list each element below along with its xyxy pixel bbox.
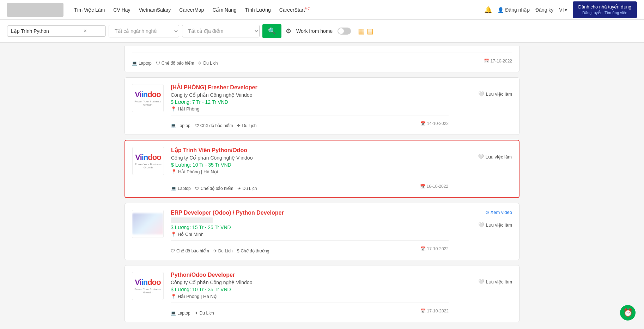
tag-laptop-1: 💻 Laptop — [171, 123, 190, 128]
job-right-4: 🤍 Lưu việc làm — [456, 272, 512, 285]
filter-icon[interactable]: ⚙ — [286, 27, 291, 35]
location-select[interactable]: Tất cả địa điểm — [182, 25, 260, 37]
tag-travel-0: ✈ Du Lịch — [198, 61, 218, 66]
calendar-icon-1: 📅 — [420, 121, 426, 126]
job-location-4: 📍 Hải Phòng | Hà Nội — [171, 294, 449, 299]
job-card-2: Viindoo Power Your Business Growth Lập T… — [124, 140, 520, 198]
job-card-4: Viindoo Power Your Business Growth Pytho… — [124, 265, 520, 322]
tag-bonus-3: $ Chế độ thưởng — [237, 249, 269, 253]
login-button[interactable]: 👤 Đăng nhập — [498, 7, 530, 13]
plane-icon-3: ✈ — [213, 249, 217, 253]
nav-tim-viec-lam[interactable]: Tìm Việc Làm — [74, 7, 105, 13]
tag-laptop-2: 💻 Laptop — [171, 186, 191, 191]
clock-icon: ⏰ — [623, 308, 633, 317]
job-title-2[interactable]: Lập Trình Viên Python/Odoo — [171, 147, 448, 154]
job-right-1: 🤍 Lưu việc làm — [456, 84, 512, 97]
job-salary-4: $ Lương: 10 Tr - 35 Tr VND — [171, 287, 449, 292]
save-button-2[interactable]: 🤍 Lưu việc làm — [478, 154, 512, 160]
shield-icon-0: 🛡 — [156, 61, 160, 66]
tag-travel-4: ✈ Du Lịch — [195, 311, 214, 316]
grid-view-icon[interactable]: ▦ — [358, 27, 365, 35]
job-title-3[interactable]: ERP Developer (Odoo) / Python Developer — [171, 210, 449, 216]
industry-select[interactable]: Tất cả ngành nghề — [109, 25, 179, 37]
save-button-3[interactable]: 🤍 Lưu việc làm — [478, 222, 512, 228]
plane-icon-2: ✈ — [237, 186, 241, 191]
job-tags-1: 💻 Laptop 🛡 Chế độ bảo hiểm ✈ Du Lịch — [171, 123, 256, 128]
job-title-1[interactable]: [HẢI PHÒNG] Fresher Developer — [171, 84, 449, 91]
video-link-3[interactable]: ⊙ Xem video — [485, 210, 512, 215]
pin-icon-3: 📍 — [171, 232, 176, 237]
job-location-3: 📍 Hồ Chí Minh — [171, 232, 449, 237]
nav-cv-hay[interactable]: CV Hay — [113, 7, 130, 13]
wfh-toggle[interactable] — [338, 28, 351, 35]
job-card-0: 💻 Laptop 🛡 Chế độ bảo hiểm ✈ Du Lịch 📅 1… — [124, 46, 520, 72]
search-button[interactable]: 🔍 — [262, 24, 281, 38]
cta-sub-label: Đăng tuyển. Tìm ứng viên — [578, 10, 631, 15]
nav-links: Tìm Việc Làm CV Hay VietnamSalary Career… — [74, 7, 484, 13]
notification-icon[interactable]: 🔔 — [484, 6, 492, 14]
dollar-icon-3: $ — [171, 225, 174, 230]
tag-insurance-3: 🛡 Chế độ bảo hiểm — [171, 249, 209, 253]
navbar: Tìm Việc Làm CV Hay VietnamSalary Career… — [0, 0, 644, 20]
plane-icon-1: ✈ — [237, 123, 241, 128]
job-company-1: Công ty Cổ phần Công nghệ Viindoo — [171, 92, 449, 98]
register-button[interactable]: Đăng ký — [535, 7, 553, 13]
keyword-input-wrap: × — [7, 25, 106, 37]
company-logo-1: Viindoo Power Your Business Growth — [132, 84, 164, 112]
job-company-2: Công ty Cổ phần Công nghệ Viindoo — [171, 155, 448, 161]
job-date-4: 📅 17-10-2022 — [420, 309, 449, 313]
job-salary-2: $ Lương: 10 Tr - 35 Tr VND — [171, 162, 448, 168]
viindoo-logo-2: Viindoo Power Your Business Growth — [133, 147, 164, 175]
job-company-4: Công ty Cổ phần Công nghệ Viindoo — [171, 280, 449, 285]
job-info-3: ERP Developer (Odoo) / Python Developer … — [171, 210, 449, 253]
chat-bubble[interactable]: ⏰ — [620, 305, 636, 321]
job-date-3: 📅 17-10-2022 — [420, 246, 449, 251]
viindoo-logo-1: Viindoo Power Your Business Growth — [132, 84, 163, 112]
job-tags-3: 🛡 Chế độ bảo hiểm ✈ Du Lịch $ Chế độ thư… — [171, 249, 269, 253]
tag-insurance-2: 🛡 Chế độ bảo hiểm — [195, 186, 233, 191]
nav-career-map[interactable]: CareerMap — [179, 7, 204, 13]
shield-icon-2: 🛡 — [195, 186, 199, 191]
language-selector[interactable]: VI ▾ — [559, 7, 567, 13]
nav-tinh-luong[interactable]: Tính Lương — [245, 7, 271, 13]
job-card-4-bottom: 💻 Laptop ✈ Du Lịch 📅 17-10-2022 — [171, 303, 449, 316]
keyword-input[interactable] — [11, 28, 81, 34]
tag-laptop-0: 💻 Laptop — [132, 61, 152, 66]
tag-laptop-4: 💻 Laptop — [171, 311, 190, 316]
plane-icon-0: ✈ — [198, 61, 202, 66]
save-button-1[interactable]: 🤍 Lưu việc làm — [478, 91, 512, 97]
pin-icon-1: 📍 — [171, 106, 176, 112]
site-logo — [7, 3, 63, 17]
clear-keyword-icon[interactable]: × — [84, 28, 87, 34]
nav-cam-nang[interactable]: Cẩm Nang — [212, 7, 236, 13]
job-company-3 — [171, 217, 213, 223]
nav-vietnam-salary[interactable]: VietnamSalary — [139, 7, 171, 13]
job-location-2: 📍 Hải Phòng | Hà Nội — [171, 169, 448, 174]
job-right-2: 🤍 Lưu việc làm — [455, 147, 512, 160]
tag-insurance-0: 🛡 Chế độ bảo hiểm — [156, 61, 194, 66]
job-card-3-bottom: 🛡 Chế độ bảo hiểm ✈ Du Lịch $ Chế độ thư… — [171, 240, 449, 253]
viindoo-logo-4: Viindoo Power Your Business Growth — [132, 272, 163, 300]
job-card-3: ERP Developer (Odoo) / Python Developer … — [124, 203, 520, 260]
save-button-4[interactable]: 🤍 Lưu việc làm — [478, 279, 512, 285]
calendar-icon-2: 📅 — [420, 184, 425, 189]
job-location-1: 📍 Hải Phòng — [171, 106, 449, 112]
wfh-label: Work from home — [296, 28, 333, 34]
job-date-0: 📅 17-10-2022 — [484, 59, 512, 64]
tag-travel-3: ✈ Du Lịch — [213, 249, 233, 253]
laptop-icon-2: 💻 — [171, 186, 176, 191]
job-salary-3: $ Lương: 15 Tr - 25 Tr VND — [171, 225, 449, 230]
video-icon-3: ⊙ — [485, 210, 489, 215]
dollar-icon-2: $ — [171, 162, 174, 168]
cta-main-label: Dành cho nhà tuyển dụng — [578, 4, 631, 10]
job-info-1: [HẢI PHÒNG] Fresher Developer Công ty Cổ… — [171, 84, 449, 128]
nav-career-start[interactable]: CareerStartMới — [279, 7, 310, 13]
main-content: 💻 Laptop 🛡 Chế độ bảo hiểm ✈ Du Lịch 📅 1… — [117, 43, 527, 322]
dollar-icon-4: $ — [171, 287, 174, 292]
navbar-right: 🔔 👤 Đăng nhập Đăng ký VI ▾ Dành cho nhà … — [484, 1, 637, 18]
heart-icon-1: 🤍 — [478, 91, 484, 97]
employer-cta-button[interactable]: Dành cho nhà tuyển dụng Đăng tuyển. Tìm … — [573, 1, 637, 18]
job-title-4[interactable]: Python/Odoo Developer — [171, 272, 449, 278]
job-info-4: Python/Odoo Developer Công ty Cổ phần Cô… — [171, 272, 449, 316]
list-view-icon[interactable]: ▤ — [367, 27, 373, 35]
